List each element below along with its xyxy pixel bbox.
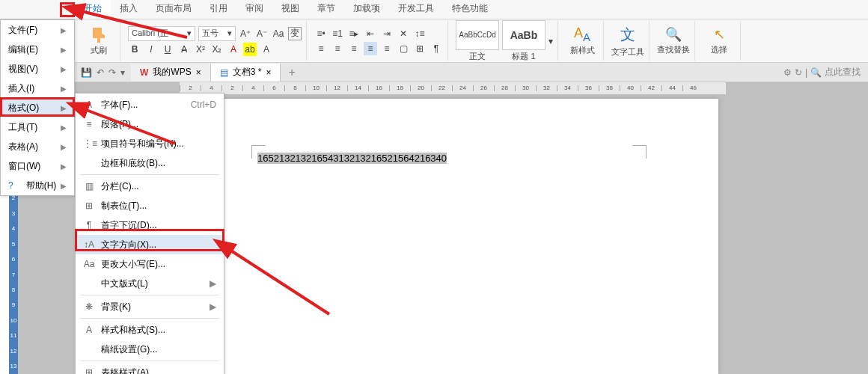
settings-icon[interactable]: ⚙ <box>783 67 792 78</box>
borders-button[interactable]: ⊞ <box>413 42 427 55</box>
submenu-item[interactable]: ⋮≡项目符号和编号(N)... <box>76 134 224 153</box>
page[interactable]: 16521321321654313213216521564216340 <box>180 99 718 374</box>
submenu-item[interactable]: ⊞表格样式(A)... <box>76 363 224 374</box>
menu-tabs: 开始 插入 页面布局 引用 审阅 视图 章节 加载项 开发工具 特色功能 <box>0 0 868 19</box>
font-name-select[interactable]: Calibri (正▾ <box>128 26 195 41</box>
style-normal[interactable]: AaBbCcDd <box>456 20 499 50</box>
multilevel-button[interactable]: ≡▸ <box>347 27 361 40</box>
submenu-item[interactable]: Aa更改大小写(E)... <box>76 254 224 274</box>
submenu-item[interactable]: 边框和底纹(B)... <box>76 153 224 173</box>
tab-references[interactable]: 引用 <box>201 0 236 19</box>
align-right-button[interactable]: ≡ <box>347 42 361 55</box>
menu-item[interactable]: 视图(V)▶ <box>1 59 74 79</box>
new-tab-button[interactable]: + <box>281 66 302 79</box>
align-distribute-button[interactable]: ≡ <box>380 42 394 55</box>
wps-logo-icon: W <box>140 67 148 78</box>
strikethrough-button[interactable]: A̶ <box>177 43 191 56</box>
doc-tab-doc3[interactable]: ▤ 文档3 * × <box>211 64 281 82</box>
close-tab-icon[interactable]: × <box>266 67 271 78</box>
submenu-item[interactable]: ⊞制表位(T)... <box>76 196 224 215</box>
submenu-item[interactable]: ❋背景(K)▶ <box>76 297 224 316</box>
style-normal-label: 正文 <box>469 51 486 62</box>
tab-view[interactable]: 视图 <box>272 0 308 19</box>
superscript-button[interactable]: X² <box>194 43 207 56</box>
show-marks-button[interactable]: ¶ <box>430 42 443 55</box>
menu-item[interactable]: 窗口(W)▶ <box>1 156 74 176</box>
subscript-button[interactable]: X₂ <box>210 43 224 56</box>
submenu-item[interactable]: 中文版式(L)▶ <box>76 274 224 293</box>
italic-button[interactable]: I <box>144 43 158 56</box>
decrease-indent-button[interactable]: ⇤ <box>364 27 377 40</box>
font-color-button[interactable]: A <box>227 43 240 56</box>
align-left-button[interactable]: ≡ <box>314 42 328 55</box>
ribbon: 式刷 Calibri (正▾ 五号▾ A⁺ A⁻ Aa 变 B I U A̶ X… <box>75 19 868 63</box>
format-submenu: A字体(F)...Ctrl+D≡段落(P)...⋮≡项目符号和编号(N)...边… <box>75 93 224 374</box>
submenu-item[interactable]: A字体(F)...Ctrl+D <box>76 95 224 114</box>
highlight-button[interactable]: ab <box>243 43 257 56</box>
tab-insert[interactable]: 插入 <box>111 0 147 19</box>
font-size-select[interactable]: 五号▾ <box>198 26 236 41</box>
close-tab-icon[interactable]: × <box>196 67 201 78</box>
style-heading1-label: 标题 1 <box>512 51 535 62</box>
menu-item[interactable]: 格式(O)▶ <box>1 98 74 117</box>
horizontal-ruler[interactable]: 2424681012141618202224262830323436384042… <box>180 82 726 94</box>
bullets-button[interactable]: ≡• <box>314 27 328 40</box>
tab-start[interactable]: 开始 <box>75 0 111 19</box>
doc-tab-mywps[interactable]: W 我的WPS × <box>131 64 211 82</box>
text-tools-button[interactable]: 文 文字工具 <box>611 22 644 60</box>
menu-item[interactable]: 工具(T)▶ <box>1 117 74 137</box>
tab-developer[interactable]: 开发工具 <box>389 0 443 19</box>
tab-addins[interactable]: 加载项 <box>344 0 389 19</box>
tab-chapter[interactable]: 章节 <box>308 0 344 19</box>
selected-text[interactable]: 16521321321654313213216521564216340 <box>257 153 447 164</box>
submenu-item[interactable]: 稿纸设置(G)... <box>76 340 224 359</box>
increase-indent-button[interactable]: ⇥ <box>380 27 394 40</box>
style-heading1[interactable]: AaBb <box>502 20 545 50</box>
line-spacing-button[interactable]: ↕≡ <box>413 27 427 40</box>
change-case-button[interactable]: Aa <box>272 27 285 40</box>
numbering-button[interactable]: ≡1 <box>331 27 344 40</box>
submenu-item[interactable]: ↕A文字方向(X)... <box>76 235 224 254</box>
menu-item[interactable]: ?帮助(H)▶ <box>1 176 74 195</box>
format-painter-button[interactable]: 式刷 <box>82 22 115 60</box>
tab-page-layout[interactable]: 页面布局 <box>147 0 201 19</box>
sync-icon[interactable]: ↻ <box>795 67 802 78</box>
shading-button[interactable]: ▢ <box>397 42 410 55</box>
phonetic-guide-button[interactable]: 变 <box>288 27 302 40</box>
submenu-item[interactable]: ▥分栏(C)... <box>76 177 224 196</box>
undo-icon[interactable]: ↶ <box>97 67 104 78</box>
tab-features[interactable]: 特色功能 <box>443 0 497 19</box>
align-justify-button[interactable]: ≡ <box>364 42 377 55</box>
save-icon[interactable]: 💾 <box>81 67 92 78</box>
document-tabs: 💾 ↶ ↷ ▾ W 我的WPS × ▤ 文档3 * × + ⚙ ↻ | 🔍 点此… <box>75 63 868 82</box>
bold-button[interactable]: B <box>128 43 141 56</box>
char-border-button[interactable]: A <box>260 43 273 56</box>
text-direction-button[interactable]: ✕ <box>397 27 410 40</box>
submenu-item[interactable]: ≡段落(P)... <box>76 114 224 134</box>
underline-button[interactable]: U <box>161 43 174 56</box>
menu-item[interactable]: 编辑(E)▶ <box>1 40 74 59</box>
submenu-item[interactable]: ¶首字下沉(D)... <box>76 215 224 235</box>
search-icon[interactable]: 🔍 <box>810 67 822 78</box>
search-hint[interactable]: 点此查找 <box>825 66 861 79</box>
menu-item[interactable]: 插入(I)▶ <box>1 79 74 98</box>
menu-item[interactable]: 文件(F)▶ <box>1 20 74 40</box>
select-button[interactable]: ↖ 选择 <box>703 22 736 60</box>
document-icon: ▤ <box>220 67 228 78</box>
format-painter-label: 式刷 <box>91 45 107 56</box>
tab-review[interactable]: 审阅 <box>236 0 272 19</box>
grow-font-button[interactable]: A⁺ <box>239 27 252 40</box>
new-style-button[interactable]: AA 新样式 <box>566 22 599 60</box>
submenu-item[interactable]: A样式和格式(S)... <box>76 320 224 340</box>
shrink-font-button[interactable]: A⁻ <box>255 27 269 40</box>
main-dropdown-menu: 文件(F)▶编辑(E)▶视图(V)▶插入(I)▶格式(O)▶工具(T)▶表格(A… <box>0 19 75 196</box>
menu-item[interactable]: 表格(A)▶ <box>1 137 74 156</box>
styles-more-button[interactable]: ▾ <box>548 36 553 46</box>
redo-icon[interactable]: ↷ <box>109 67 116 78</box>
find-replace-button[interactable]: 🔍 查找替换 <box>657 22 690 60</box>
align-center-button[interactable]: ≡ <box>331 42 344 55</box>
qat-more-icon[interactable]: ▾ <box>120 67 125 78</box>
